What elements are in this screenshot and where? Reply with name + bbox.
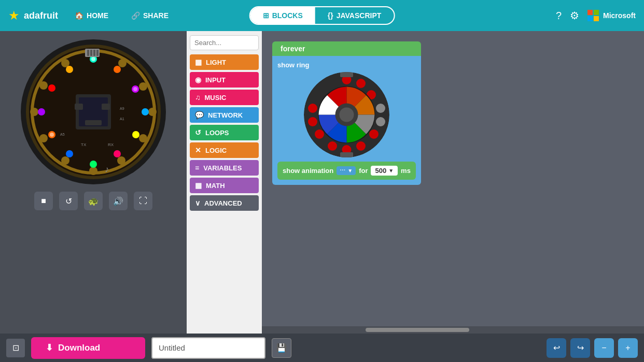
horizontal-scrollbar[interactable] — [262, 326, 644, 334]
svg-point-56 — [308, 117, 317, 126]
svg-text:♪: ♪ — [105, 165, 109, 173]
svg-text:A5: A5 — [60, 133, 65, 136]
category-advanced[interactable]: ∨ ADVANCED — [190, 195, 259, 211]
home-button[interactable]: 🏠 HOME — [68, 8, 115, 23]
category-variables[interactable]: ≡ VARIABLES — [190, 160, 259, 176]
svg-point-24 — [48, 84, 55, 92]
help-button[interactable]: ? — [556, 10, 562, 22]
forever-block[interactable]: forever show ring — [272, 41, 421, 185]
music-icon: ♫ — [195, 93, 201, 102]
expand-button[interactable]: ⊡ — [6, 339, 25, 357]
svg-rect-35 — [85, 120, 102, 125]
logo-text: adafruit — [24, 10, 58, 21]
svg-point-11 — [30, 108, 38, 116]
svg-text:A1: A1 — [120, 117, 124, 121]
circuit-board: ♪ TX RX A5 A1 A9 — [21, 39, 166, 184]
stop-button[interactable]: ■ — [34, 192, 53, 210]
microsoft-logo: Microsoft — [587, 10, 636, 21]
home-icon: 🏠 — [75, 11, 83, 20]
audio-button[interactable]: 🔊 — [109, 192, 128, 210]
settings-button[interactable]: ⚙ — [570, 9, 579, 22]
svg-point-49 — [376, 104, 385, 113]
animation-value[interactable]: 500 ▼ — [371, 166, 398, 176]
category-math[interactable]: ▦ MATH — [190, 178, 259, 193]
save-button[interactable]: 💾 — [272, 338, 291, 358]
animation-block: show animation ⋯ ▼ for 500 ▼ ms — [277, 162, 416, 180]
undo-button[interactable]: ↩ — [547, 338, 566, 358]
light-icon: ▦ — [195, 58, 202, 66]
main-content: ♪ TX RX A5 A1 A9 ■ ↺ 🐢 🔊 ⛶ 🔍 — [0, 31, 644, 334]
input-icon: ◉ — [195, 76, 201, 84]
svg-point-8 — [89, 167, 97, 175]
svg-point-10 — [39, 134, 48, 142]
svg-point-3 — [118, 59, 127, 67]
color-wheel[interactable] — [304, 72, 389, 157]
ms-squares-icon — [587, 10, 599, 21]
svg-point-7 — [117, 156, 125, 165]
svg-point-38 — [50, 133, 54, 137]
svg-point-5 — [148, 108, 157, 116]
logic-icon: ✕ — [195, 146, 201, 154]
svg-text:RX: RX — [108, 142, 114, 147]
slow-button[interactable]: 🐢 — [84, 192, 103, 210]
svg-rect-61 — [340, 72, 353, 77]
value-arrow: ▼ — [388, 168, 394, 173]
zoom-in-button[interactable]: + — [618, 338, 638, 358]
logo: ★ adafruit — [8, 8, 58, 23]
category-music[interactable]: ♫ MUSIC — [190, 90, 259, 105]
category-loops[interactable]: ↺ LOOPS — [190, 125, 259, 140]
fullscreen-button[interactable]: ⛶ — [134, 192, 152, 210]
svg-rect-31 — [93, 50, 95, 56]
svg-point-20 — [90, 161, 97, 168]
tab-blocks[interactable]: ⊞ BLOCKS — [250, 7, 315, 24]
svg-point-37 — [133, 87, 137, 91]
restart-button[interactable]: ↺ — [59, 192, 78, 210]
category-input[interactable]: ◉ INPUT — [190, 72, 259, 88]
network-icon: 💬 — [195, 111, 204, 119]
forever-header: forever — [272, 41, 421, 56]
zoom-out-button[interactable]: − — [594, 338, 614, 358]
save-icon: 💾 — [276, 343, 287, 353]
project-name-input[interactable] — [151, 337, 265, 359]
sim-controls: ■ ↺ 🐢 🔊 ⛶ — [34, 192, 152, 210]
tab-javascript[interactable]: {} JAVASCRIPT — [315, 7, 394, 24]
svg-point-12 — [39, 81, 48, 90]
svg-rect-33 — [102, 104, 110, 110]
blocks-sidebar: 🔍 ▦ LIGHT ◉ INPUT ♫ MUSIC 💬 NETWORK ↺ LO… — [187, 31, 262, 334]
category-network[interactable]: 💬 NETWORK — [190, 107, 259, 123]
workspace[interactable]: forever show ring — [262, 31, 644, 334]
footer-right: ↩ ↪ − + — [547, 338, 638, 358]
svg-point-54 — [328, 141, 337, 151]
advanced-icon: ∨ — [195, 199, 200, 207]
svg-point-50 — [376, 117, 385, 126]
math-icon: ▦ — [195, 181, 202, 190]
board-inner: ♪ TX RX A5 A1 A9 — [26, 45, 161, 179]
loops-icon: ↺ — [195, 128, 201, 137]
svg-point-21 — [66, 150, 73, 157]
svg-point-60 — [339, 108, 354, 122]
svg-point-52 — [356, 141, 366, 151]
redo-button[interactable]: ↪ — [570, 338, 590, 358]
svg-point-55 — [315, 129, 324, 139]
search-bar: 🔍 — [190, 35, 259, 50]
category-logic[interactable]: ✕ LOGIC — [190, 142, 259, 158]
variables-icon: ≡ — [195, 164, 199, 172]
board-svg: ♪ TX RX A5 A1 A9 — [29, 48, 158, 176]
svg-rect-32 — [96, 50, 99, 56]
download-button[interactable]: ⬇ Download — [31, 337, 145, 359]
svg-point-9 — [61, 156, 69, 165]
svg-point-47 — [356, 79, 366, 88]
svg-point-17 — [142, 108, 149, 115]
svg-text:TX: TX — [81, 142, 87, 147]
dropdown-arrow: ▼ — [347, 168, 353, 173]
category-light[interactable]: ▦ LIGHT — [190, 54, 259, 70]
svg-text:A9: A9 — [120, 107, 124, 110]
svg-point-6 — [139, 134, 147, 142]
svg-rect-30 — [90, 50, 92, 56]
share-button[interactable]: 🔗 SHARE — [125, 8, 175, 23]
block-body: show ring — [272, 56, 421, 185]
animation-selector[interactable]: ⋯ ▼ — [337, 166, 356, 175]
js-icon: {} — [328, 11, 333, 20]
simulator-panel: ♪ TX RX A5 A1 A9 ■ ↺ 🐢 🔊 ⛶ — [0, 31, 187, 334]
scrollbar-thumb[interactable] — [366, 328, 469, 332]
